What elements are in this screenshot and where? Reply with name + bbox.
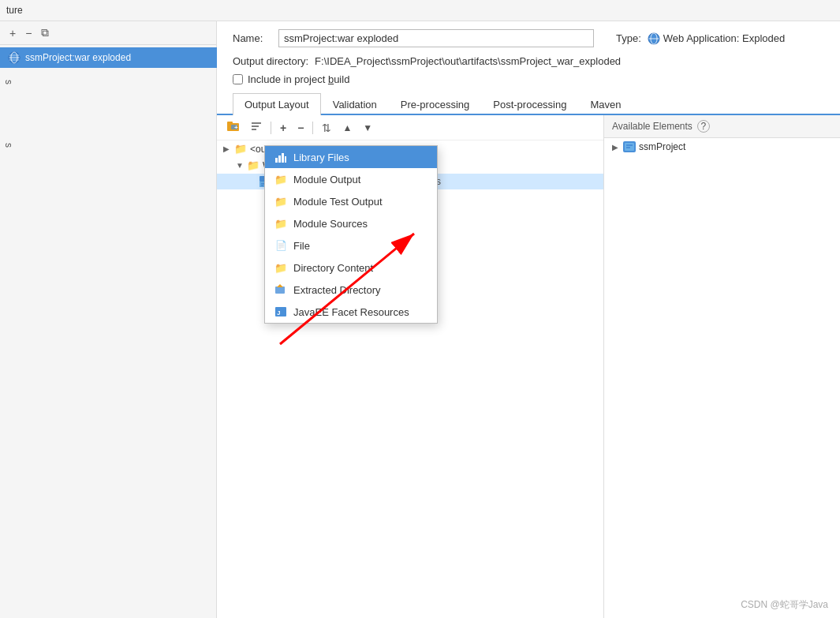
name-row: Name: Type: Web Application: Exploded (217, 21, 840, 55)
output-dir-label: Output directory: (233, 55, 308, 67)
help-icon[interactable]: ? (697, 120, 710, 133)
webinf-icon: 📁 (247, 159, 259, 171)
dropdown-item-label: Directory Content (293, 262, 373, 274)
tab-pre-processing[interactable]: Pre-processing (389, 93, 481, 115)
module-sources-icon: 📁 (274, 217, 287, 230)
name-label: Name: (233, 32, 272, 44)
dropdown-item-module-sources[interactable]: 📁 Module Sources (265, 212, 437, 234)
move-down-button[interactable]: ▼ (359, 120, 376, 136)
sidebar-copy-button[interactable]: ⧉ (38, 24, 52, 41)
side-label-s1: s (0, 77, 17, 88)
dropdown-item-module-output[interactable]: 📁 Module Output (265, 168, 437, 190)
web-app-icon (648, 32, 660, 45)
extracted-dir-icon (274, 283, 287, 296)
svg-rect-23 (275, 287, 285, 294)
move-up-button[interactable]: ▲ (338, 120, 356, 136)
right-panel: Name: Type: Web Application: Exploded (217, 21, 840, 618)
svg-marker-24 (277, 284, 283, 287)
window-title: ture (6, 5, 23, 16)
svg-rect-31 (626, 144, 633, 146)
svg-rect-22 (285, 156, 286, 163)
type-label: Type: (616, 32, 641, 44)
svg-rect-18 (261, 185, 263, 187)
type-value: Web Application: Exploded (648, 32, 785, 45)
title-bar: ture (0, 0, 840, 21)
module-test-icon: 📁 (274, 195, 287, 208)
dropdown-item-file[interactable]: 📄 File (265, 234, 437, 257)
web-icon (8, 51, 21, 64)
dropdown-item-label: Module Test Output (293, 196, 383, 208)
sort-order-button[interactable]: ⇅ (318, 119, 335, 137)
tab-bar: Output Layout Validation Pre-processing … (217, 93, 840, 115)
ssm-module-icon (623, 141, 636, 152)
sidebar: + − ⧉ s s s (0, 21, 217, 618)
sidebar-item-label: ssmProject:war exploded (25, 52, 131, 63)
dropdown-item-directory-content[interactable]: 📁 Directory Content (265, 257, 437, 279)
library-bars-icon (274, 151, 287, 163)
name-input[interactable] (278, 29, 594, 47)
sidebar-toolbar: + − ⧉ (0, 21, 216, 45)
svg-rect-19 (275, 158, 278, 163)
javaee-icon: J (274, 305, 287, 318)
dir-content-icon: 📁 (274, 261, 287, 274)
dropdown-item-label: Extracted Directory (293, 284, 381, 296)
available-elements-header: Available Elements ? (604, 115, 840, 138)
available-item-ssm[interactable]: ▶ ssmProject (604, 138, 840, 155)
main-content: + − ⧉ s s s (0, 21, 840, 618)
dropdown-item-library-files[interactable]: Library Files (265, 146, 437, 168)
tab-maven[interactable]: Maven (578, 93, 633, 115)
tree-arrow-webinf: ▼ (236, 161, 244, 170)
tree-folder-btn[interactable]: + (223, 118, 244, 137)
file-icon: 📄 (274, 239, 287, 252)
side-label-s2: s (0, 140, 17, 151)
tree-area: + + − (217, 115, 603, 618)
module-output-icon: 📁 (274, 173, 287, 185)
toolbar-separator-1 (271, 122, 271, 134)
svg-rect-9 (227, 122, 233, 125)
available-arrow: ▶ (612, 143, 620, 152)
output-dir-row: Output directory: F:\IDEA_Project\ssmPro… (217, 55, 840, 73)
dropdown-item-label: JavaEE Facet Resources (293, 306, 409, 318)
dropdown-menu: Library Files 📁 Module Output 📁 Module T… (264, 145, 438, 324)
sidebar-add-button[interactable]: + (6, 25, 19, 41)
dropdown-item-label: Library Files (293, 152, 349, 163)
type-text: Web Application: Exploded (663, 32, 785, 44)
toolbar-separator-2 (312, 122, 313, 134)
remove-element-button[interactable]: − (293, 119, 308, 137)
sidebar-remove-button[interactable]: − (22, 25, 35, 41)
dropdown-item-javaee-facet[interactable]: J JavaEE Facet Resources (265, 301, 437, 323)
include-build-label: Include in project build (248, 73, 349, 85)
svg-rect-32 (626, 147, 630, 148)
dropdown-item-label: Module Sources (293, 218, 368, 230)
dropdown-item-label: File (293, 240, 310, 252)
main-window: ture + − ⧉ s s (0, 0, 840, 618)
svg-rect-20 (278, 155, 281, 163)
tab-post-processing[interactable]: Post-processing (481, 93, 578, 115)
output-dir-value: F:\IDEA_Project\ssmProject\out\artifacts… (315, 55, 621, 67)
dropdown-item-module-test-output[interactable]: 📁 Module Test Output (265, 190, 437, 212)
available-item-label: ssmProject (639, 141, 685, 152)
available-elements-panel: Available Elements ? ▶ (603, 115, 840, 618)
svg-rect-21 (282, 153, 284, 163)
dropdown-item-extracted-directory[interactable]: Extracted Directory (265, 279, 437, 301)
tree-toolbar: + + − (217, 115, 603, 140)
available-elements-title: Available Elements (612, 121, 693, 132)
svg-text:J: J (277, 309, 280, 316)
include-build-checkbox[interactable] (233, 74, 243, 84)
include-build-row: Include in project build (217, 73, 840, 93)
watermark: CSDN @蛇哥学Java (741, 598, 828, 612)
svg-text:+: + (234, 124, 238, 131)
tab-output-layout[interactable]: Output Layout (233, 93, 321, 115)
sidebar-item-ssm[interactable]: ssmProject:war exploded (0, 47, 217, 68)
dropdown-item-label: Module Output (293, 174, 360, 185)
tab-validation[interactable]: Validation (321, 93, 389, 115)
content-area: + + − (217, 115, 840, 618)
tree-reorder-btn[interactable] (247, 118, 266, 137)
output-root-icon: 📁 (234, 143, 247, 155)
tree-arrow: ▶ (223, 144, 231, 153)
add-element-button[interactable]: + (276, 119, 290, 137)
